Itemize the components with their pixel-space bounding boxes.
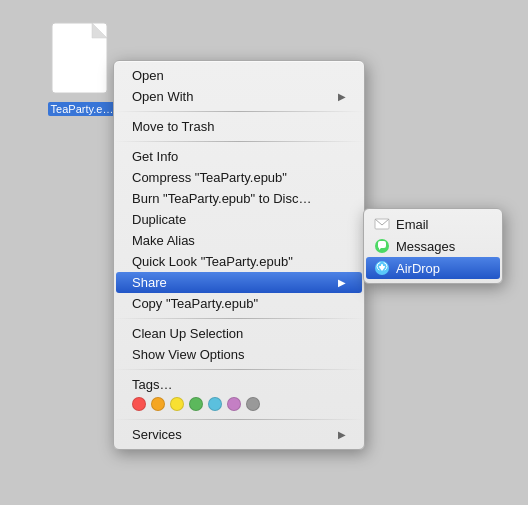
tag-dot-1[interactable] [151, 397, 165, 411]
menu-item-move-to-trash[interactable]: Move to Trash [114, 116, 364, 137]
menu-item-burn[interactable]: Burn "TeaParty.epub" to Disc… [114, 188, 364, 209]
tag-dot-0[interactable] [132, 397, 146, 411]
menu-item-open[interactable]: Open [114, 65, 364, 86]
tag-dot-2[interactable] [170, 397, 184, 411]
separator-4 [114, 369, 364, 370]
menu-item-get-info[interactable]: Get Info [114, 146, 364, 167]
menu-item-compress[interactable]: Compress "TeaParty.epub" [114, 167, 364, 188]
menu-item-duplicate[interactable]: Duplicate [114, 209, 364, 230]
submenu-item-email[interactable]: Email [364, 213, 502, 235]
menu-item-clean-up[interactable]: Clean Up Selection [114, 323, 364, 344]
share-submenu: Email Messages AirDrop [363, 208, 503, 284]
tags-row [114, 395, 364, 415]
separator-1 [114, 111, 364, 112]
file-label: TeaParty.e… [48, 102, 117, 116]
menu-item-make-alias[interactable]: Make Alias [114, 230, 364, 251]
tag-dot-6[interactable] [246, 397, 260, 411]
airdrop-icon [374, 260, 390, 276]
submenu-arrow-services: ▶ [338, 429, 346, 440]
menu-item-open-with[interactable]: Open With ▶ [114, 86, 364, 107]
separator-2 [114, 141, 364, 142]
submenu-item-airdrop[interactable]: AirDrop [366, 257, 500, 279]
submenu-arrow-open-with: ▶ [338, 91, 346, 102]
submenu-arrow-share: ▶ [338, 277, 346, 288]
menu-item-services[interactable]: Services ▶ [114, 424, 364, 445]
menu-item-copy[interactable]: Copy "TeaParty.epub" [114, 293, 364, 314]
file-icon [47, 18, 117, 98]
separator-5 [114, 419, 364, 420]
messages-icon [374, 238, 390, 254]
desktop-file: TeaParty.e… [42, 18, 122, 116]
menu-item-tags[interactable]: Tags… [114, 374, 364, 395]
menu-item-show-view-options[interactable]: Show View Options [114, 344, 364, 365]
context-menu: Open Open With ▶ Move to Trash Get Info … [113, 60, 365, 450]
tag-dot-4[interactable] [208, 397, 222, 411]
tag-dot-3[interactable] [189, 397, 203, 411]
menu-item-quick-look[interactable]: Quick Look "TeaParty.epub" [114, 251, 364, 272]
separator-3 [114, 318, 364, 319]
tag-dot-5[interactable] [227, 397, 241, 411]
submenu-item-messages[interactable]: Messages [364, 235, 502, 257]
menu-item-share[interactable]: Share ▶ [116, 272, 362, 293]
email-icon [374, 216, 390, 232]
